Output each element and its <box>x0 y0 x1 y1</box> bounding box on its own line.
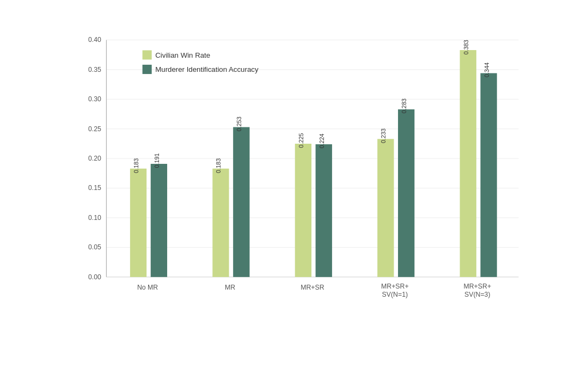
y-label-035: 0.35 <box>88 65 101 73</box>
x-label-1: No MR <box>137 284 158 291</box>
bar-3-1 <box>295 143 311 277</box>
x-label-4b: SV(N=1) <box>382 290 408 298</box>
bar-3-2 <box>316 144 332 277</box>
y-label-030: 0.30 <box>88 95 101 103</box>
x-label-5b: SV(N=3) <box>464 290 490 298</box>
bar-4-1 <box>377 139 394 277</box>
x-label-5a: MR+SR+ <box>463 282 491 290</box>
legend-box-1 <box>143 50 152 59</box>
val-3-2: 0.224 <box>318 133 325 148</box>
bar-chart: 0.00 0.05 0.10 0.15 0.20 0.25 0.30 0.35 … <box>71 35 534 323</box>
bar-1-1 <box>130 168 146 277</box>
val-5-1: 0.383 <box>463 40 469 54</box>
chart-container: 0.00 0.05 0.10 0.15 0.20 0.25 0.30 0.35 … <box>33 19 555 356</box>
val-1-2: 0.191 <box>154 153 160 168</box>
x-label-4a: MR+SR+ <box>381 282 409 290</box>
y-label-010: 0.10 <box>88 213 101 221</box>
y-label-005: 0.05 <box>88 243 101 251</box>
y-label-025: 0.25 <box>88 125 101 132</box>
bar-5-1 <box>460 50 476 277</box>
val-3-1: 0.225 <box>298 133 304 148</box>
y-label-0: 0.00 <box>88 273 101 280</box>
val-1-1: 0.183 <box>133 158 139 173</box>
legend-box-2 <box>143 64 152 73</box>
chart-area: 0.00 0.05 0.10 0.15 0.20 0.25 0.30 0.35 … <box>71 35 534 323</box>
legend-label-1: Civilian Win Rate <box>155 51 210 59</box>
y-label-020: 0.20 <box>88 154 101 162</box>
x-label-3: MR+SR <box>301 284 324 291</box>
bar-2-2 <box>233 127 249 277</box>
val-4-1: 0.233 <box>380 128 387 143</box>
val-4-2: 0.283 <box>401 98 407 113</box>
x-label-2: MR <box>225 284 235 291</box>
y-label-040: 0.40 <box>88 36 101 44</box>
val-2-1: 0.183 <box>215 158 222 173</box>
bar-1-2 <box>151 163 167 277</box>
bar-4-2 <box>398 109 414 277</box>
y-label-015: 0.15 <box>88 184 101 192</box>
bar-5-2 <box>480 73 497 277</box>
val-5-2: 0.344 <box>483 62 490 77</box>
bar-2-1 <box>212 168 229 277</box>
legend-label-2: Murderer Identification Accuracy <box>155 65 259 73</box>
val-2-2: 0.253 <box>236 117 242 131</box>
